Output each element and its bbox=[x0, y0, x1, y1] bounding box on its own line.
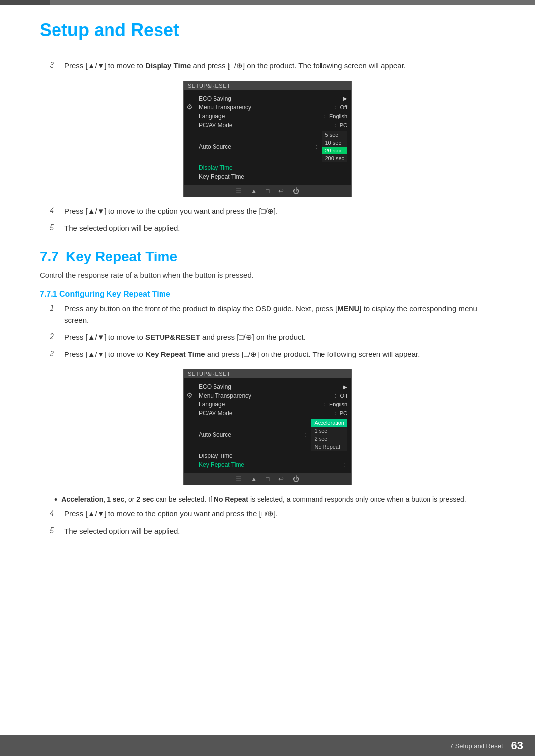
osd1-popup-200sec: 200 sec bbox=[322, 154, 347, 162]
osd1-row-keyrepeat: Key Repeat Time bbox=[195, 172, 351, 181]
step-4-key-repeat: 4 Press [▲/▼] to move to the option you … bbox=[50, 508, 495, 520]
step-5-text: The selected option will be applied. bbox=[64, 223, 180, 234]
step-k3-text: Press [▲/▼] to move to Key Repeat Time a… bbox=[64, 349, 420, 360]
step-num-3: 3 bbox=[50, 61, 59, 70]
osd1-row-menu-trans: Menu Transparency : Off bbox=[195, 103, 351, 112]
osd2-bottom-bar: ☰ ▲ □ ↩ ⏻ bbox=[184, 473, 351, 485]
step-k1-text: Press any button on the front of the pro… bbox=[64, 303, 495, 326]
section-77-description: Control the response rate of a button wh… bbox=[40, 270, 495, 281]
osd1-title: SETUP&RESET bbox=[184, 81, 351, 90]
step-3-display-time: 3 Press [▲/▼] to move to Display Time an… bbox=[50, 60, 495, 72]
osd-icon-menu: ☰ bbox=[236, 187, 242, 195]
osd2-body: ⚙ ECO Saving ▶ Menu Transparency : Off bbox=[184, 378, 351, 473]
osd2-icon-up: ▲ bbox=[251, 475, 257, 483]
osd2-icon-select: □ bbox=[266, 475, 270, 483]
section-77-heading: 7.7 Key Repeat Time bbox=[40, 249, 495, 265]
osd2-icon-menu: ☰ bbox=[236, 475, 242, 483]
osd2-row-menu-trans: Menu Transparency : Off bbox=[195, 391, 351, 400]
step-4-text: Press [▲/▼] to move to the option you wa… bbox=[64, 206, 278, 217]
step-k2-text: Press [▲/▼] to move to SETUP&RESET and p… bbox=[64, 332, 306, 343]
osd2-row-autosource: Auto Source : Acceleration 1 sec 2 sec N… bbox=[195, 418, 351, 452]
osd2-popup-2sec: 2 sec bbox=[311, 435, 347, 443]
osd2-left: ⚙ bbox=[184, 381, 195, 470]
step-3-key-repeat: 3 Press [▲/▼] to move to Key Repeat Time… bbox=[50, 349, 495, 360]
step-k4-text: Press [▲/▼] to move to the option you wa… bbox=[64, 508, 278, 520]
osd1-bottom-bar: ☰ ▲ □ ↩ ⏻ bbox=[184, 185, 351, 197]
osd2-row-keyrepeat: Key Repeat Time : bbox=[195, 460, 351, 469]
osd2-popup-1sec: 1 sec bbox=[311, 427, 347, 435]
osd1-body: ⚙ ECO Saving ▶ Menu Transparency : Off bbox=[184, 90, 351, 185]
step-num-5: 5 bbox=[50, 223, 59, 232]
step-k5-num: 5 bbox=[50, 526, 59, 535]
osd2-icon-back: ↩ bbox=[278, 475, 284, 483]
arrow-icon: ▶ bbox=[343, 96, 347, 101]
bullet-acceleration: • Acceleration, 1 sec, or 2 sec can be s… bbox=[54, 494, 495, 504]
bullet-text: Acceleration, 1 sec, or 2 sec can be sel… bbox=[61, 494, 466, 504]
step-4-display-time: 4 Press [▲/▼] to move to the option you … bbox=[50, 206, 495, 217]
step-k1-num: 1 bbox=[50, 304, 59, 313]
step-1-key-repeat: 1 Press any button on the front of the p… bbox=[50, 303, 495, 326]
osd1-popup-5sec: 5 sec bbox=[322, 131, 347, 139]
osd-screen-1: SETUP&RESET ⚙ ECO Saving ▶ Menu Transpar… bbox=[183, 81, 352, 197]
osd2-title: SETUP&RESET bbox=[184, 369, 351, 378]
step-k4-num: 4 bbox=[50, 509, 59, 518]
osd-screen-2-container: SETUP&RESET ⚙ ECO Saving ▶ Menu Transpar… bbox=[40, 369, 495, 485]
osd-screen-1-container: SETUP&RESET ⚙ ECO Saving ▶ Menu Transpar… bbox=[40, 81, 495, 197]
osd2-row-pcav: PC/AV Mode : PC bbox=[195, 409, 351, 418]
arrow-icon-2: ▶ bbox=[343, 384, 347, 390]
osd1-menu: ECO Saving ▶ Menu Transparency : Off Lan… bbox=[195, 93, 351, 182]
bullet-icon: • bbox=[54, 495, 57, 504]
osd1-row-displaytime: Display Time bbox=[195, 163, 351, 172]
osd-icon-back: ↩ bbox=[278, 187, 284, 195]
step-k5-text: The selected option will be applied. bbox=[64, 526, 180, 537]
osd2-popup-norepeat: No Repeat bbox=[311, 443, 347, 451]
osd2-row-displaytime: Display Time bbox=[195, 452, 351, 460]
osd1-row-pcav: PC/AV Mode : PC bbox=[195, 121, 351, 130]
osd1-row-eco: ECO Saving ▶ bbox=[195, 94, 351, 103]
top-accent bbox=[0, 0, 50, 5]
osd1-row-autosource: Auto Source : 5 sec 10 sec 20 sec 200 se… bbox=[195, 130, 351, 163]
osd-icon-power: ⏻ bbox=[293, 187, 299, 195]
sub-heading-771: 7.7.1 Configuring Key Repeat Time bbox=[40, 290, 495, 299]
step-5-display-time: 5 The selected option will be applied. bbox=[50, 223, 495, 234]
top-bar bbox=[0, 0, 535, 5]
step-5-key-repeat: 5 The selected option will be applied. bbox=[50, 526, 495, 537]
osd2-icon-power: ⏻ bbox=[293, 475, 299, 483]
osd-icon-up: ▲ bbox=[251, 187, 257, 195]
step-k2-num: 2 bbox=[50, 332, 59, 341]
page-title: Setup and Reset bbox=[40, 20, 495, 46]
step-2-key-repeat: 2 Press [▲/▼] to move to SETUP&RESET and… bbox=[50, 332, 495, 343]
osd1-popup-10sec: 10 sec bbox=[322, 139, 347, 147]
step3-bold: Display Time bbox=[145, 61, 191, 70]
osd2-popup-accel: Acceleration bbox=[311, 419, 347, 427]
footer: 7 Setup and Reset 63 bbox=[0, 735, 535, 756]
gear-icon-2: ⚙ bbox=[186, 391, 193, 399]
osd1-popup-20sec: 20 sec bbox=[322, 147, 347, 154]
osd1-left: ⚙ bbox=[184, 93, 195, 182]
osd-screen-2: SETUP&RESET ⚙ ECO Saving ▶ Menu Transpar… bbox=[183, 369, 352, 485]
osd2-row-eco: ECO Saving ▶ bbox=[195, 382, 351, 391]
osd2-row-language: Language : English bbox=[195, 400, 351, 409]
step-3-text: Press [▲/▼] to move to Display Time and … bbox=[64, 60, 406, 72]
footer-page-number: 63 bbox=[511, 739, 523, 752]
osd2-menu: ECO Saving ▶ Menu Transparency : Off Lan… bbox=[195, 381, 351, 470]
osd1-row-language: Language : English bbox=[195, 112, 351, 121]
osd-icon-select: □ bbox=[266, 187, 270, 195]
step-num-4: 4 bbox=[50, 206, 59, 215]
footer-text: 7 Setup and Reset bbox=[450, 742, 503, 750]
step-k3-num: 3 bbox=[50, 350, 59, 358]
gear-icon: ⚙ bbox=[186, 103, 193, 111]
